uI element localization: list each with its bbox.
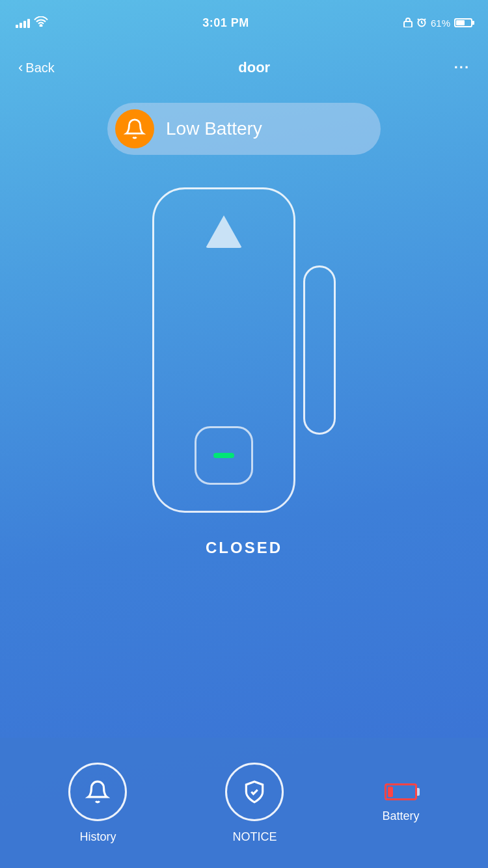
bottom-nav: History NOTICE Battery xyxy=(0,738,488,868)
nav-bar: ‹ Back door ··· xyxy=(0,39,488,96)
svg-point-0 xyxy=(40,25,42,27)
device-led xyxy=(213,453,234,458)
battery-icon xyxy=(454,18,472,27)
back-chevron-icon: ‹ xyxy=(18,59,23,76)
battery-label: Battery xyxy=(382,809,419,823)
nav-item-battery[interactable]: Battery xyxy=(382,783,419,823)
device-status-text: CLOSED xyxy=(0,539,488,557)
nav-item-history[interactable]: History xyxy=(68,763,127,844)
device-magnet xyxy=(303,265,336,435)
back-label: Back xyxy=(25,61,54,75)
device-body xyxy=(152,187,295,513)
battery-percent: 61% xyxy=(431,18,450,29)
battery-fill xyxy=(388,787,393,797)
svg-rect-1 xyxy=(404,21,412,27)
low-battery-text: Low Battery xyxy=(166,118,262,139)
more-button[interactable]: ··· xyxy=(454,59,470,76)
nav-item-notice[interactable]: NOTICE xyxy=(225,763,284,844)
device-illustration-container xyxy=(0,187,488,513)
signal-icon xyxy=(16,18,30,28)
device-illustration xyxy=(152,187,336,513)
history-label: History xyxy=(79,830,116,844)
notification-bell-circle xyxy=(115,109,154,148)
battery-nav-icon xyxy=(385,783,417,800)
status-time: 3:01 PM xyxy=(202,16,249,30)
back-button[interactable]: ‹ Back xyxy=(18,59,55,76)
device-button xyxy=(195,426,253,485)
page-title: door xyxy=(238,59,270,76)
alarm-icon xyxy=(416,17,427,29)
wifi-icon xyxy=(34,16,48,29)
device-triangle-icon xyxy=(206,215,242,248)
low-battery-banner: Low Battery xyxy=(107,103,381,155)
history-circle xyxy=(68,763,127,821)
notice-circle xyxy=(225,763,284,821)
status-left xyxy=(16,16,48,29)
status-right: 61% xyxy=(403,17,472,29)
notice-label: NOTICE xyxy=(232,830,277,844)
lock-icon xyxy=(403,17,413,29)
status-bar: 3:01 PM 61% xyxy=(0,0,488,39)
